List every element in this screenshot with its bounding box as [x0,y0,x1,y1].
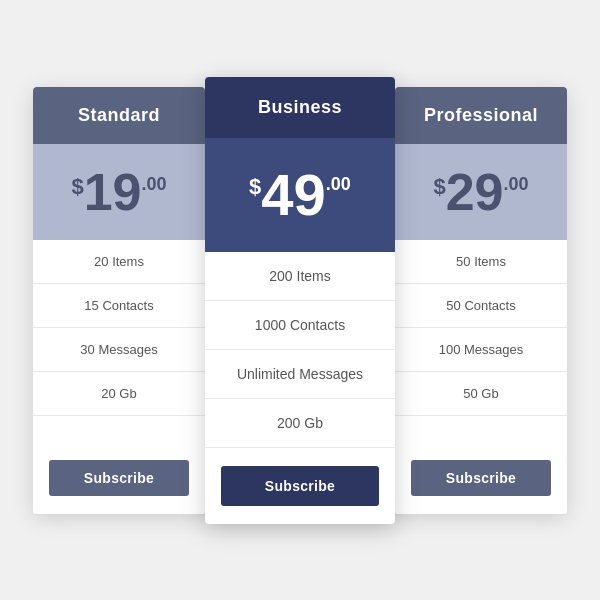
plan-business-feature-1: 1000 Contacts [205,301,395,350]
plan-professional-feature-3: 50 Gb [395,372,567,416]
plan-professional-price: $29.00 [395,144,567,240]
plan-business-price-cents: .00 [326,174,351,195]
plan-professional-currency: $ [433,174,445,200]
plan-standard-features: 20 Items15 Contacts30 Messages20 Gb [33,240,205,442]
plan-business-currency: $ [249,174,261,200]
plan-standard-feature-3: 20 Gb [33,372,205,416]
plan-standard-currency: $ [71,174,83,200]
plan-standard-feature-2: 30 Messages [33,328,205,372]
plan-business-price: $49.00 [205,138,395,252]
plan-professional-price-main: 29 [446,166,504,218]
plan-professional-feature-2: 100 Messages [395,328,567,372]
plan-business-price-main: 49 [261,166,326,224]
plan-business-footer: Subscribe [205,448,395,524]
plan-professional-subscribe-button[interactable]: Subscribe [411,460,551,496]
plan-professional-title: Professional [395,87,567,144]
plan-professional-features: 50 Items50 Contacts100 Messages50 Gb [395,240,567,442]
plan-standard-price: $19.00 [33,144,205,240]
plan-business: Business$49.00200 Items1000 ContactsUnli… [205,77,395,524]
pricing-table: Standard$19.0020 Items15 Contacts30 Mess… [33,87,567,514]
plan-standard: Standard$19.0020 Items15 Contacts30 Mess… [33,87,205,514]
plan-standard-feature-1: 15 Contacts [33,284,205,328]
plan-business-feature-3: 200 Gb [205,399,395,448]
plan-business-feature-0: 200 Items [205,252,395,301]
plan-business-title: Business [205,77,395,138]
plan-business-subscribe-button[interactable]: Subscribe [221,466,379,506]
plan-professional: Professional$29.0050 Items50 Contacts100… [395,87,567,514]
plan-professional-price-cents: .00 [504,174,529,195]
plan-business-feature-2: Unlimited Messages [205,350,395,399]
plan-standard-feature-0: 20 Items [33,240,205,284]
plan-standard-footer: Subscribe [33,442,205,514]
plan-standard-title: Standard [33,87,205,144]
plan-business-features: 200 Items1000 ContactsUnlimited Messages… [205,252,395,448]
plan-professional-feature-0: 50 Items [395,240,567,284]
plan-professional-feature-1: 50 Contacts [395,284,567,328]
plan-standard-price-cents: .00 [142,174,167,195]
plan-professional-footer: Subscribe [395,442,567,514]
plan-standard-subscribe-button[interactable]: Subscribe [49,460,189,496]
plan-standard-price-main: 19 [84,166,142,218]
